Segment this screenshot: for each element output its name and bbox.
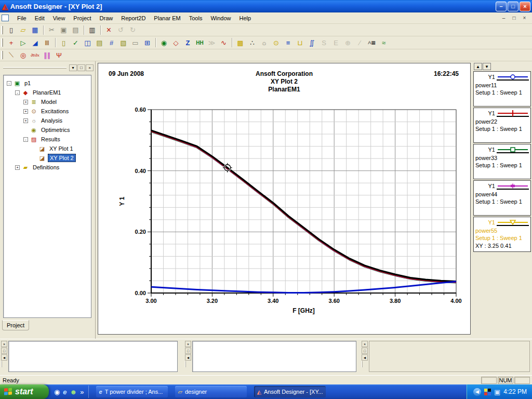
taskbar-button-browser[interactable]: e T power divider ; Ans...	[96, 386, 168, 397]
tree-toggle[interactable]: +	[15, 165, 20, 170]
grid-cells-icon[interactable]: ▩	[235, 37, 246, 48]
tree-toggle[interactable]: -	[23, 137, 28, 142]
project-tab[interactable]: Project	[2, 320, 29, 330]
tray-network-icon[interactable]: ▣	[494, 388, 500, 396]
add-node-icon[interactable]: +	[6, 37, 17, 48]
panel-close-button[interactable]: ×	[86, 64, 94, 71]
tree-item-results[interactable]: - ▨ Results	[4, 135, 91, 144]
multi-trace-icon[interactable]: ≈	[378, 37, 389, 48]
copy-icon[interactable]: ▣	[58, 25, 69, 35]
legend-entry-power33[interactable]: Y1 power33 Setup 1 : Sweep 1	[473, 144, 531, 179]
tray-chevron-icon[interactable]: ◀	[473, 388, 481, 396]
output-log-icon[interactable]: ▤	[94, 37, 105, 48]
jj-parameters-icon[interactable]: ∬	[307, 37, 317, 48]
tree-item-xy-plot-1[interactable]: ◪ XY Plot 1	[4, 144, 91, 153]
panel-close-button[interactable]: ×	[1, 341, 7, 347]
panel-maximize-button[interactable]: □	[185, 348, 191, 354]
legend-scroll-down-button[interactable]: ▼	[483, 63, 491, 70]
analysis-setup-icon[interactable]: ◫	[82, 37, 93, 48]
histogram-icon[interactable]: ∥∥	[42, 50, 52, 60]
panel-close-button[interactable]: ×	[362, 341, 368, 347]
panel-collapse-button[interactable]: ◄	[1, 354, 7, 361]
menu-draw[interactable]: Draw	[96, 14, 117, 23]
progress-window[interactable]	[369, 341, 530, 372]
mesh-icon[interactable]: ◉	[158, 37, 169, 48]
undo-icon[interactable]: ↺	[115, 25, 126, 35]
minimize-button[interactable]: –	[496, 2, 507, 11]
tree-item-xy-plot-2[interactable]: ◪ XY Plot 2	[4, 153, 91, 163]
menu-project[interactable]: Project	[69, 14, 95, 23]
toolbar-grip[interactable]	[1, 51, 3, 59]
menu-file[interactable]: File	[13, 14, 31, 23]
panel-maximize-button[interactable]: □	[362, 348, 368, 354]
panel-grip[interactable]	[1, 361, 2, 367]
panel-maximize-button[interactable]: □	[1, 348, 7, 354]
waveform-icon[interactable]: ∿	[218, 37, 229, 48]
tree-toggle[interactable]: +	[23, 100, 28, 104]
taskbar-button-designer-folder[interactable]: ▱ designer	[175, 386, 247, 397]
panel-maximize-button[interactable]: □	[77, 64, 85, 71]
brush-icon[interactable]: ∕	[354, 37, 365, 48]
chart-canvas[interactable]: 3.003.203.403.603.804.000.000.200.400.60…	[98, 63, 470, 334]
menu-planar-em[interactable]: Planar EM	[150, 14, 184, 23]
internet-explorer-icon[interactable]: e	[63, 388, 66, 396]
legend-entry-power11[interactable]: Y1 power11 Setup 1 : Sweep 1	[473, 71, 531, 107]
target-icon[interactable]: ◎	[18, 50, 29, 60]
calculator-icon[interactable]: ⊞	[142, 37, 153, 48]
legend-entry-power44[interactable]: Y1 ∗ power44 Setup 1 : Sweep 1	[473, 180, 531, 216]
export-icon[interactable]: ≫	[206, 37, 217, 48]
clock-icon[interactable]: ⊙	[271, 37, 282, 48]
redo-icon[interactable]: ↻	[127, 25, 138, 35]
output-window[interactable]	[192, 341, 356, 372]
panel-collapse-button[interactable]: ◄	[185, 354, 191, 361]
clean-broom-icon[interactable]: ⟍	[6, 50, 17, 60]
legend-scroll-up-button[interactable]: ▲	[474, 63, 482, 70]
panel-grip[interactable]	[362, 361, 363, 367]
equalizer-icon[interactable]: E	[330, 37, 341, 48]
tree-toggle[interactable]: -	[7, 81, 11, 86]
stackup-icon[interactable]: ≡	[283, 37, 294, 48]
tree-toggle[interactable]: -	[15, 90, 20, 95]
tree-item-analysis[interactable]: + ☼ Analysis	[4, 116, 91, 125]
menu-tools[interactable]: Tools	[185, 14, 207, 23]
panel-grip[interactable]	[185, 361, 186, 367]
panel-dock-button[interactable]: ▾	[69, 64, 77, 71]
add-probe-icon[interactable]: ▷	[18, 37, 29, 48]
tree-item-definitions[interactable]: + ▰ Definitions	[4, 163, 91, 172]
start-button[interactable]: start	[0, 384, 49, 399]
ports-icon[interactable]: HH	[194, 37, 205, 48]
messenger-icon[interactable]: ☻	[70, 388, 77, 396]
panel-close-button[interactable]: ×	[185, 341, 191, 347]
print-icon[interactable]: ▥	[87, 25, 98, 35]
mdi-close-button[interactable]: ×	[520, 14, 529, 22]
menu-report2d[interactable]: Report2D	[117, 14, 150, 23]
xy-plot-sheet[interactable]: 09 Jun 2008 16:22:45 Ansoft Corporation …	[98, 63, 471, 335]
close-button[interactable]: ×	[520, 2, 530, 11]
add-plane-icon[interactable]: ◢	[30, 37, 41, 48]
quick-launch-icon-1[interactable]: ◉	[54, 388, 60, 396]
menu-help[interactable]: Help	[235, 14, 256, 23]
wire-box-icon[interactable]: ◇	[170, 37, 181, 48]
panel-collapse-button[interactable]: ◄	[362, 354, 368, 361]
tree-toggle[interactable]: +	[23, 109, 28, 114]
mdi-document-icon[interactable]	[2, 15, 9, 21]
validate-check-icon[interactable]: ✓	[70, 37, 81, 48]
menu-edit[interactable]: Edit	[31, 14, 49, 23]
legend-entry-power22[interactable]: Y1 power22 Setup 1 : Sweep 1	[473, 108, 531, 143]
save-icon[interactable]: ▦	[30, 25, 41, 35]
paste-icon[interactable]: ▤	[70, 25, 81, 35]
add-pins-icon[interactable]: Ⅲ	[42, 37, 52, 48]
derivative-icon[interactable]: ∂f/∂x	[30, 50, 41, 60]
taskbar-button-ansoft-designer[interactable]: ◭ Ansoft Designer - [XY...	[254, 386, 326, 397]
open-folder-icon[interactable]: ▱	[18, 25, 29, 35]
gear2-icon[interactable]: ⊕	[342, 37, 353, 48]
toolbar-grip[interactable]	[1, 38, 3, 47]
mdi-minimize-button[interactable]: –	[499, 14, 508, 22]
impedance-z-icon[interactable]: Z	[182, 37, 193, 48]
tree-toggle[interactable]: +	[23, 118, 28, 123]
s-parameters-icon[interactable]: S	[318, 37, 329, 48]
fill-bucket-icon[interactable]: ⊔	[295, 37, 305, 48]
tree-item-planarem1[interactable]: - ◆ PlanarEM1	[4, 88, 91, 97]
tree-item-excitations[interactable]: + ⊙ Excitations	[4, 107, 91, 116]
copy-design-icon[interactable]: ▯	[58, 37, 69, 48]
